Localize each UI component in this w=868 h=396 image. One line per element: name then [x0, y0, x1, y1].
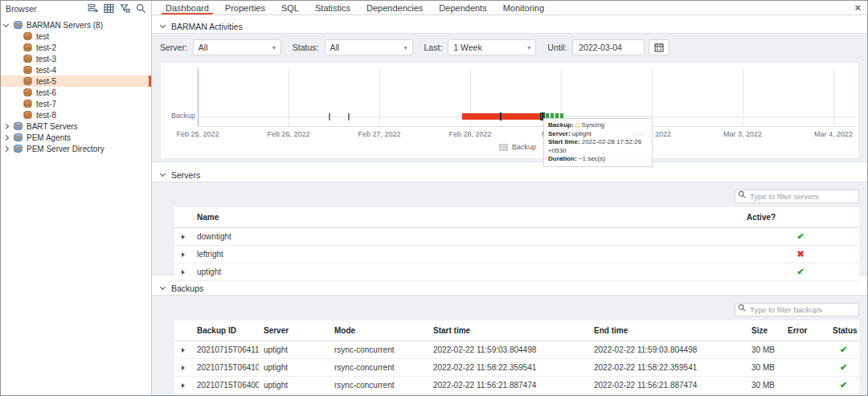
- table-row-leftright[interactable]: leftright ✖: [174, 246, 859, 263]
- server-stack-icon[interactable]: [85, 2, 100, 14]
- main-panel: Dashboard Properties SQL Statistics Depe…: [152, 1, 867, 395]
- expand-row-icon[interactable]: [182, 348, 185, 353]
- tooltip-line-backup: Backup:Syncing: [548, 121, 648, 130]
- timeline-gridline: [289, 68, 289, 126]
- backup-server-cell: uptight: [259, 341, 330, 359]
- tree-node-bart-servers[interactable]: BART Servers: [1, 120, 151, 132]
- syncing-spinner-icon: [575, 123, 580, 128]
- timeline-baseline: [198, 126, 856, 127]
- expand-row-icon[interactable]: [182, 270, 185, 275]
- column-header-name: Name: [192, 207, 742, 228]
- tree-item-test[interactable]: test: [1, 31, 151, 42]
- tab-sql[interactable]: SQL: [273, 1, 307, 14]
- browser-panel-title: Browser: [6, 4, 37, 14]
- close-icon[interactable]: ×: [854, 2, 861, 13]
- x-axis-label: Feb 25, 2022: [176, 130, 219, 138]
- column-header-backup-id: Backup ID: [192, 320, 259, 341]
- timeline-row-label: Backup: [171, 112, 195, 120]
- last-filter-value: 1 Week: [453, 43, 481, 52]
- column-header-status: Status: [828, 320, 859, 341]
- server-filter-select[interactable]: All ▾: [193, 39, 281, 55]
- until-date-input[interactable]: [572, 39, 645, 55]
- backup-size-cell: 30 MB: [747, 341, 783, 359]
- legend-swatch: [499, 144, 508, 151]
- backup-event-tick[interactable]: [329, 113, 330, 120]
- backups-filter-box: [735, 301, 859, 315]
- tree-item-test-8[interactable]: test-8: [1, 109, 151, 120]
- calendar-button[interactable]: [649, 39, 669, 55]
- tab-dependents[interactable]: Dependents: [431, 1, 494, 14]
- column-header-end-time: End time: [589, 320, 747, 341]
- tab-statistics[interactable]: Statistics: [307, 1, 358, 14]
- tooltip-label: Backup:: [548, 121, 574, 129]
- chevron-down-icon[interactable]: [3, 21, 9, 27]
- backup-server-cell: uptight: [259, 377, 330, 394]
- timeline-gridline: [743, 68, 743, 126]
- tree-item-label: test-7: [36, 100, 56, 108]
- section-title: BARMAN Activities: [171, 22, 243, 31]
- tree-item-test-6[interactable]: test-6: [1, 87, 151, 98]
- backups-filter-wrap: [160, 301, 859, 315]
- barman-server-icon: [23, 99, 33, 108]
- x-axis-label: Feb 27, 2022: [358, 130, 400, 138]
- search-icon[interactable]: [133, 2, 148, 14]
- legend-item-backup[interactable]: Backup: [499, 143, 536, 151]
- chevron-right-icon[interactable]: [3, 134, 9, 140]
- tree-node-label: BARMAN Servers (8): [27, 21, 103, 30]
- tree-node-pem-agents[interactable]: PEM Agents: [1, 132, 151, 143]
- barman-activities-header[interactable]: BARMAN Activities: [152, 19, 867, 33]
- status-filter-select[interactable]: All ▾: [325, 39, 413, 55]
- tab-properties[interactable]: Properties: [217, 1, 273, 14]
- backup-end-cell: 2022-02-22 11:58:22.359541: [589, 359, 747, 377]
- expand-row-icon[interactable]: [182, 383, 185, 388]
- tooltip-value: ~1 sec(s): [579, 155, 605, 162]
- backup-event-tick[interactable]: [348, 113, 350, 120]
- server-filter-label: Server:: [160, 43, 187, 52]
- servers-filter-input[interactable]: [735, 190, 859, 203]
- activities-filter-row: Server: All ▾ Status: All ▾ Last: 1 Week: [160, 39, 859, 55]
- backup-mode-cell: rsync-concurrent: [330, 377, 428, 394]
- table-row-uptight[interactable]: uptight ✔: [174, 263, 859, 281]
- tooltip-value: Syncing: [582, 121, 604, 129]
- backups-table: Backup ID Server Mode Start time End tim…: [174, 320, 859, 394]
- barman-activities-body: Server: All ▾ Status: All ▾ Last: 1 Week: [152, 33, 867, 162]
- chevron-right-icon[interactable]: [3, 145, 9, 151]
- chevron-right-icon[interactable]: [3, 123, 9, 129]
- tab-dashboard[interactable]: Dashboard: [158, 1, 217, 14]
- tree-item-test-4[interactable]: test-4: [1, 64, 151, 76]
- tab-monitoring[interactable]: Monitoring: [495, 1, 552, 14]
- tree-node-pem-server-directory[interactable]: PEM Server Directory: [1, 143, 151, 154]
- barman-server-icon: [23, 76, 33, 86]
- backups-filter-input[interactable]: [735, 303, 859, 316]
- expand-row-icon[interactable]: [182, 235, 185, 239]
- chevron-down-icon[interactable]: [160, 284, 166, 290]
- filter-icon[interactable]: [117, 2, 132, 14]
- chevron-down-icon[interactable]: [160, 171, 166, 177]
- backup-start-cell: 2022-02-22 11:56:21.887474: [428, 377, 589, 394]
- backup-server-cell: uptight: [259, 359, 330, 377]
- tree-node-barman-servers[interactable]: BARMAN Servers (8): [1, 19, 151, 31]
- server-filter-value: All: [199, 43, 208, 52]
- barman-server-icon: [23, 43, 33, 52]
- table-row-backup-1[interactable]: 20210715T064112 uptight rsync-concurrent…: [174, 341, 859, 359]
- table-row-backup-3[interactable]: 20210715T064008 uptight rsync-concurrent…: [174, 377, 859, 394]
- tree-item-test-3[interactable]: test-3: [1, 53, 151, 64]
- tree-item-test-2[interactable]: test-2: [1, 42, 151, 53]
- tab-dependencies[interactable]: Dependencies: [358, 1, 431, 14]
- grid-icon[interactable]: [101, 2, 116, 14]
- tooltip-line-duration: Duration: ~1 sec(s): [548, 155, 648, 164]
- backup-error-cell: [783, 341, 828, 359]
- backup-event-divider: [500, 112, 502, 120]
- servers-header[interactable]: Servers: [152, 168, 867, 182]
- backups-header[interactable]: Backups: [152, 281, 867, 295]
- expand-row-icon[interactable]: [182, 252, 185, 257]
- backup-failed-bar[interactable]: [462, 113, 541, 120]
- tree-item-test-7[interactable]: test-7: [1, 98, 151, 109]
- table-row-downtight[interactable]: downtight ✔: [174, 228, 859, 246]
- tree-item-test-5[interactable]: test-5: [1, 76, 151, 87]
- server-group-icon: [13, 144, 23, 153]
- last-filter-select[interactable]: 1 Week ▾: [448, 39, 536, 55]
- expand-row-icon[interactable]: [182, 365, 185, 370]
- table-row-backup-2[interactable]: 20210715T064106 uptight rsync-concurrent…: [174, 359, 859, 377]
- chevron-down-icon[interactable]: [160, 22, 166, 28]
